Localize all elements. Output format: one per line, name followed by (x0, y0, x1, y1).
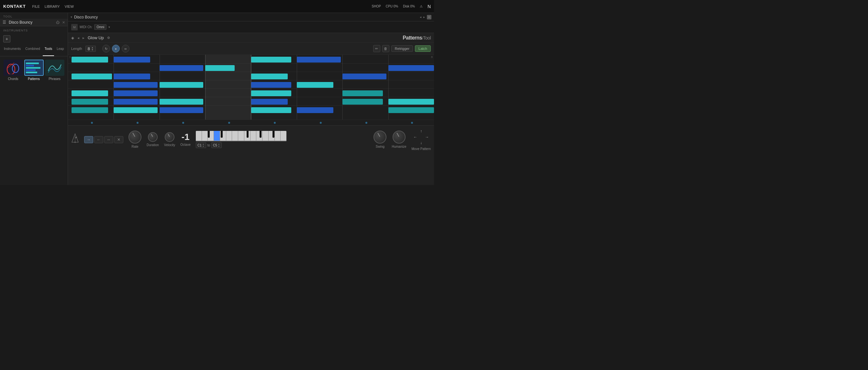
beat-dot-4 (228, 122, 230, 124)
chords-visual (5, 61, 21, 74)
note-r5-2[interactable] (114, 90, 158, 96)
note-r7-4[interactable] (251, 107, 291, 113)
patterns-label: Patterns (28, 77, 40, 81)
patterns-selector[interactable]: Patterns (24, 60, 44, 81)
note-r3-1[interactable] (71, 74, 112, 79)
range-to-arrows[interactable]: ▲▼ (218, 143, 220, 147)
sidebar-nav: Instruments Combined Tools Leap Loops On… (0, 45, 68, 56)
move-down-button[interactable]: ↓ (418, 140, 424, 146)
note-r1-2[interactable] (114, 57, 150, 62)
swing-knob[interactable] (373, 131, 386, 144)
length-arrows[interactable]: ▲▼ (91, 46, 94, 51)
note-r3-3[interactable] (251, 74, 288, 79)
move-up-button[interactable]: ↑ (418, 128, 424, 134)
play-button[interactable]: ● (112, 45, 120, 53)
notes-grid[interactable]: 1 8 (68, 55, 434, 119)
top-bar: KONTAKT FILE LIBRARY VIEW SHOP CPU 0% Di… (0, 0, 434, 13)
empty-center (418, 134, 424, 140)
sync-button[interactable]: ↻ (102, 45, 110, 53)
mini-keyboard[interactable] (196, 131, 286, 141)
rate-knob[interactable] (128, 131, 142, 144)
note-r4-2[interactable] (160, 82, 204, 88)
window-close-button[interactable]: ✕ (427, 15, 431, 20)
note-r7-2[interactable] (114, 107, 158, 113)
sidebar-item-combined[interactable]: Combined (23, 46, 42, 56)
note-r6-3[interactable] (160, 99, 204, 105)
disk-display: Disk 0% (403, 4, 415, 8)
midi-ch-value[interactable]: Omni (94, 24, 106, 30)
note-r5-4[interactable] (342, 90, 382, 96)
chords-selector[interactable]: Chords (4, 60, 23, 81)
range-from-arrows[interactable]: ▲▼ (202, 143, 205, 147)
nav-right-icon[interactable]: ▸ (423, 15, 425, 19)
nav-library[interactable]: LIBRARY (45, 4, 60, 8)
sidebar-item-leap[interactable]: Leap (55, 46, 66, 56)
nav-left-icon[interactable]: ◂ (420, 15, 422, 19)
hamburger-icon[interactable]: ☰ (3, 20, 6, 25)
duration-knob[interactable] (148, 132, 158, 142)
empty-1 (412, 128, 418, 134)
note-r5-1[interactable] (71, 90, 108, 96)
nav-file[interactable]: FILE (32, 4, 40, 8)
note-r4-1[interactable] (114, 82, 158, 88)
move-left-button[interactable]: ← (412, 134, 418, 140)
loop-button[interactable]: ∞ (122, 45, 129, 53)
note-r4-4[interactable] (297, 82, 333, 88)
direction-random-button[interactable]: ✕ (114, 136, 123, 143)
retrigger-button[interactable]: Retrigger (391, 45, 413, 52)
note-r7-5[interactable] (297, 107, 333, 113)
move-right-button[interactable]: → (424, 134, 430, 140)
add-instrument-button[interactable]: + (3, 35, 10, 42)
preset-settings-icon[interactable]: ⚙ (107, 36, 110, 39)
swing-knob-group: Swing (373, 131, 386, 148)
note-r2-2[interactable] (205, 65, 234, 71)
beat-dot-7 (365, 122, 367, 124)
note-r6-6[interactable] (389, 99, 434, 105)
v-line-6 (342, 55, 343, 119)
note-r7-6[interactable] (389, 107, 434, 113)
note-r6-5[interactable] (342, 99, 382, 105)
note-r2-1[interactable] (160, 65, 204, 71)
note-r7-3[interactable] (160, 107, 204, 113)
beat-dot-2 (136, 122, 138, 124)
midi-dropdown-icon[interactable]: ▾ (108, 25, 110, 29)
next-preset-button[interactable]: ▸ (83, 36, 85, 40)
latch-button[interactable]: Latch (415, 45, 431, 52)
direction-left-button[interactable]: ← (94, 136, 103, 143)
nav-view[interactable]: VIEW (65, 4, 74, 8)
direction-right-button[interactable]: → (84, 136, 93, 143)
app-logo: KONTAKT (3, 4, 26, 9)
range-from[interactable]: C1 ▲▼ (196, 142, 206, 148)
note-r3-2[interactable] (114, 74, 150, 79)
phrases-selector[interactable]: Phrases (45, 60, 64, 81)
note-r6-4[interactable] (251, 99, 288, 105)
range-to[interactable]: C5 ▲▼ (211, 142, 222, 148)
power-icon[interactable]: ⏻ (56, 21, 60, 24)
delete-button[interactable]: 🗑 (382, 45, 389, 52)
note-r6-1[interactable] (71, 99, 108, 105)
humanize-knob[interactable] (393, 131, 405, 144)
note-r4-3[interactable] (251, 82, 291, 88)
note-r7-1[interactable] (71, 107, 108, 113)
direction-both-button[interactable]: ↔ (104, 136, 113, 143)
sidebar-item-tools[interactable]: Tools (43, 46, 54, 56)
note-r1-4[interactable] (297, 57, 341, 62)
close-sidebar-icon[interactable]: ✕ (62, 21, 65, 25)
note-r1-3[interactable] (251, 57, 291, 62)
alert-icon: ⚠ (420, 4, 423, 8)
length-control[interactable]: 8 ▲▼ (86, 46, 96, 52)
note-r6-2[interactable] (114, 99, 158, 105)
velocity-knob[interactable] (165, 132, 175, 142)
collapse-icon[interactable]: ▾ (70, 15, 72, 19)
note-r3-4[interactable] (342, 74, 386, 79)
sidebar-item-instruments[interactable]: Instruments (2, 46, 23, 56)
edit-button[interactable]: ✏ (373, 45, 380, 52)
shop-link[interactable]: SHOP (372, 4, 381, 8)
pattern-type-selector: Chords Patterns (0, 56, 68, 84)
note-r5-3[interactable] (251, 90, 291, 96)
prev-preset-button[interactable]: ◂ (78, 36, 79, 40)
note-r1-1[interactable] (71, 57, 108, 62)
note-r2-3[interactable] (389, 65, 434, 71)
duration-knob-group: Duration (147, 132, 159, 147)
keyboard-range-controls: C1 ▲▼ to C5 ▲▼ (196, 142, 369, 148)
